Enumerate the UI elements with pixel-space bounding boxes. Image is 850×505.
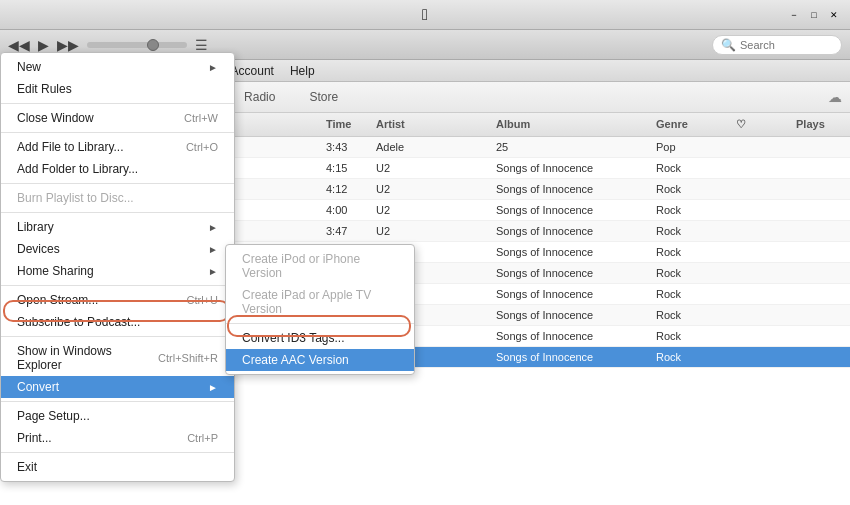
maximize-button[interactable]: □: [806, 7, 822, 23]
row-plays: [790, 186, 850, 192]
row-title: Close): [40, 243, 320, 261]
title-bar-center: : [422, 6, 428, 24]
close-window-button[interactable]: ✕: [826, 7, 842, 23]
menu-item-song[interactable]: Song: [76, 62, 120, 80]
row-title: eone: [40, 222, 320, 240]
tab-browse[interactable]: Browse: [154, 86, 226, 108]
menu-item-account[interactable]: Account: [223, 62, 282, 80]
row-album: Songs of Innocence: [490, 264, 650, 282]
table-row[interactable]: ⬇ (To Your New Lover) 3:43 Adele 25 Pop: [0, 137, 850, 158]
row-title: ng Wave: [40, 180, 320, 198]
row-title: oad: [40, 285, 320, 303]
play-button[interactable]: ▶: [38, 37, 49, 53]
nav-tabs: Library For You Browse Radio Store ☁: [0, 82, 850, 113]
row-heart: [730, 165, 790, 171]
row-cloud: ⬇: [0, 200, 40, 220]
row-cloud: ⬇: [0, 263, 40, 283]
row-artist: U2: [370, 327, 490, 345]
row-title: ere Is No End to Love): [40, 201, 320, 219]
progress-bar[interactable]: [87, 42, 187, 48]
row-plays: [790, 354, 850, 360]
row-genre: Rock: [650, 243, 730, 261]
row-genre: Rock: [650, 264, 730, 282]
search-input[interactable]: [740, 39, 840, 51]
row-heart: [730, 291, 790, 297]
menu-item-file[interactable]: File: [4, 62, 39, 80]
tab-radio[interactable]: Radio: [228, 86, 291, 108]
row-heart: [730, 312, 790, 318]
row-time: [320, 333, 370, 339]
table-row[interactable]: ⬇ ere Is No End to Love) 4:00 U2 Songs o…: [0, 200, 850, 221]
search-icon: 🔍: [721, 38, 736, 52]
row-title: aby Tonight: [40, 306, 320, 324]
col-time[interactable]: Time: [320, 116, 370, 133]
col-album[interactable]: Album: [490, 116, 650, 133]
row-plays: [790, 270, 850, 276]
tab-store[interactable]: Store: [293, 86, 354, 108]
row-heart: [730, 354, 790, 360]
table-row[interactable]: ⬇ ng Wave 4:12 U2 Songs of Innocence Roc…: [0, 179, 850, 200]
row-genre: Rock: [650, 348, 730, 366]
row-cloud: ⬇: [0, 179, 40, 199]
row-time: 4:00: [320, 201, 370, 219]
row-cloud: ⬇: [0, 347, 40, 367]
table-row[interactable]: ⬇ U2 Songs of Innocence Rock: [0, 326, 850, 347]
fast-forward-button[interactable]: ▶▶: [57, 37, 79, 53]
row-artist: U2: [370, 180, 490, 198]
col-plays[interactable]: Plays: [790, 116, 850, 133]
row-plays: [790, 144, 850, 150]
row-artist: U2: [370, 264, 490, 282]
col-num: [0, 116, 40, 133]
row-artist: U2: [370, 222, 490, 240]
row-artist: U2: [370, 306, 490, 324]
row-title: ives: [40, 264, 320, 282]
row-time: 4:15: [320, 159, 370, 177]
menu-item-controls[interactable]: Controls: [162, 62, 223, 80]
row-artist: Adele: [370, 138, 490, 156]
col-heart[interactable]: ♡: [730, 116, 790, 133]
tab-for-you[interactable]: For You: [79, 86, 152, 108]
row-album: Songs of Innocence: [490, 327, 650, 345]
col-artist[interactable]: Artist: [370, 116, 490, 133]
row-title: Of Joey Ramone): [40, 159, 320, 177]
row-plays: [790, 207, 850, 213]
table-row[interactable]: ⬇ ives 3:14 U2 Songs of Innocence Rock: [0, 263, 850, 284]
search-box[interactable]: 🔍: [712, 35, 842, 55]
title-bar:  − □ ✕: [0, 0, 850, 30]
row-cloud: ⬇: [0, 242, 40, 262]
main-content: Library For You Browse Radio Store ☁ Tit…: [0, 82, 850, 505]
row-cloud: ⬇: [0, 221, 40, 241]
row-artist: U2: [370, 285, 490, 303]
col-title[interactable]: Title ▲: [40, 116, 320, 133]
rewind-button[interactable]: ◀◀: [8, 37, 30, 53]
apple-logo-icon: : [422, 6, 428, 24]
row-artist: U2: [370, 243, 490, 261]
table-row[interactable]: ⬇ eone 3:47 U2 Songs of Innocence Rock: [0, 221, 850, 242]
row-time: 3:14: [320, 264, 370, 282]
row-title: [40, 354, 320, 360]
menu-item-edit[interactable]: Edit: [39, 62, 76, 80]
row-album: Songs of Innocence: [490, 243, 650, 261]
progress-thumb[interactable]: [147, 39, 159, 51]
menu-item-help[interactable]: Help: [282, 62, 323, 80]
row-artist: U2: [370, 159, 490, 177]
table-row[interactable]: ⬇ Of Joey Ramone) 4:15 U2 Songs of Innoc…: [0, 158, 850, 179]
row-cloud: ⬇: [0, 158, 40, 178]
music-table: Title ▲ Time Artist Album Genre ♡ Plays …: [0, 113, 850, 505]
row-plays: [790, 291, 850, 297]
table-row[interactable]: ⬇ Close) 5:19 U2 Songs of Innocence Rock: [0, 242, 850, 263]
row-cloud: ⬇: [0, 305, 40, 325]
row-heart: [730, 228, 790, 234]
row-genre: Rock: [650, 327, 730, 345]
table-row[interactable]: ⬇ aby Tonight 5:02 U2 Songs of Innocence…: [0, 305, 850, 326]
row-heart: [730, 270, 790, 276]
row-heart: [730, 249, 790, 255]
table-row[interactable]: ⬇ oad 4:25 U2 Songs of Innocence Rock: [0, 284, 850, 305]
col-genre[interactable]: Genre: [650, 116, 730, 133]
tab-library[interactable]: Library: [8, 86, 77, 108]
minimize-button[interactable]: −: [786, 7, 802, 23]
table-row-selected[interactable]: ⬇ U2 Songs of Innocence Rock: [0, 347, 850, 368]
row-album: Songs of Innocence: [490, 201, 650, 219]
row-plays: [790, 312, 850, 318]
menu-item-view[interactable]: View: [120, 62, 162, 80]
